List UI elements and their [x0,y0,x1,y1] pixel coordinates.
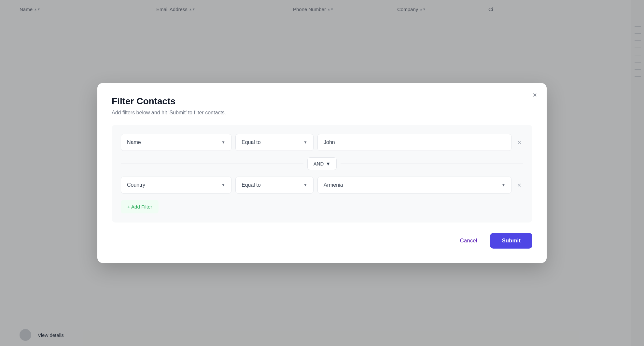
and-line-left [121,164,303,164]
filter-contacts-modal: × Filter Contacts Add filters below and … [97,83,547,263]
submit-button[interactable]: Submit [490,233,532,249]
filter-1-value-input[interactable] [317,134,511,151]
filter-2-field-select[interactable]: Country ▼ [121,177,231,194]
and-chevron-icon: ▼ [326,161,330,166]
add-filter-label: + Add Filter [127,204,152,209]
filter-2-value-select[interactable]: Armenia ▼ [317,177,511,194]
filter-2-field-chevron: ▼ [221,183,225,187]
filter-2-value-label: Armenia [324,182,343,188]
filter-container: Name ▼ Equal to ▼ × AND ▼ [112,125,532,223]
filter-1-operator-label: Equal to [242,139,261,145]
modal-footer: Cancel Submit [112,233,532,249]
filter-2-operator-label: Equal to [242,182,261,188]
cancel-button[interactable]: Cancel [452,233,485,249]
filter-1-field-chevron: ▼ [221,140,225,145]
and-operator-button[interactable]: AND ▼ [307,157,337,170]
and-line-right [341,164,523,164]
modal-subtitle: Add filters below and hit 'Submit' to fi… [112,110,532,116]
and-separator: AND ▼ [121,157,523,170]
filter-1-operator-select[interactable]: Equal to ▼ [235,134,314,151]
add-filter-button[interactable]: + Add Filter [121,200,159,213]
filter-row-1: Name ▼ Equal to ▼ × [121,134,523,151]
filter-2-field-label: Country [127,182,145,188]
filter-2-remove-button[interactable]: × [515,180,523,190]
filter-row-2: Country ▼ Equal to ▼ Armenia ▼ × [121,177,523,194]
and-label: AND [314,161,324,166]
modal-overlay: × Filter Contacts Add filters below and … [0,0,644,346]
filter-1-operator-chevron: ▼ [303,140,307,145]
modal-close-button[interactable]: × [531,90,538,100]
filter-2-operator-chevron: ▼ [303,183,307,187]
filter-2-value-chevron: ▼ [501,183,505,187]
filter-1-field-select[interactable]: Name ▼ [121,134,231,151]
filter-2-operator-select[interactable]: Equal to ▼ [235,177,314,194]
filter-1-field-label: Name [127,139,141,145]
modal-title: Filter Contacts [112,96,532,107]
filter-1-remove-button[interactable]: × [515,137,523,148]
